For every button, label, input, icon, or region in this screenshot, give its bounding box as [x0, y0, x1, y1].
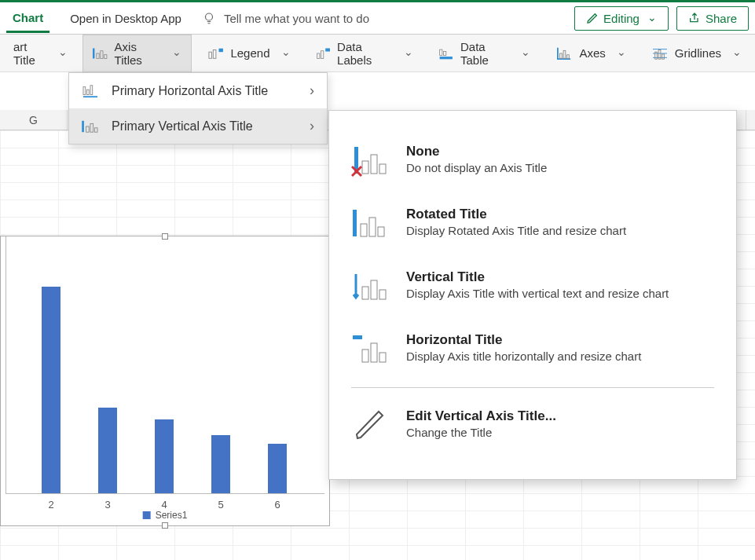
chart-bar	[42, 287, 60, 493]
horizontal-title-icon	[351, 332, 389, 367]
resize-handle[interactable]	[162, 522, 168, 529]
menu-primary-horizontal[interactable]: Primary Horizontal Axis Title ›	[69, 73, 327, 108]
vertical-axis-icon	[82, 119, 99, 134]
share-button[interactable]: Share	[676, 6, 749, 31]
tell-me-search[interactable]: Tell me what you want to do	[202, 11, 369, 25]
svg-rect-37	[371, 280, 377, 299]
legend-label: Legend	[230, 46, 269, 60]
chart-plot-area: 23456	[5, 236, 324, 494]
svg-rect-20	[83, 86, 86, 94]
svg-rect-2	[97, 53, 99, 59]
option-vertical-title[interactable]: Vertical Title Display Axis Title with v…	[329, 255, 736, 318]
svg-rect-3	[101, 50, 103, 58]
option-desc: Display Axis title horizontally and resi…	[406, 350, 641, 363]
chart-x-label: 6	[274, 499, 280, 511]
svg-rect-22	[90, 85, 93, 94]
svg-rect-29	[362, 161, 368, 174]
chart-bar	[155, 419, 174, 493]
chart-bar	[268, 444, 287, 493]
data-table-label: Data Table	[460, 40, 510, 67]
svg-rect-12	[444, 51, 446, 55]
svg-rect-32	[353, 210, 357, 236]
option-none[interactable]: None Do not display an Axis Title	[329, 130, 736, 192]
option-horizontal-title[interactable]: Horizontal Title Display Axis title hori…	[329, 318, 736, 381]
option-rotated-title[interactable]: Rotated Title Display Rotated Axis Title…	[329, 192, 736, 255]
axis-titles-button[interactable]: Axis Titles	[82, 35, 192, 72]
svg-rect-10	[325, 48, 330, 51]
svg-rect-24	[82, 120, 84, 131]
svg-rect-6	[214, 49, 217, 58]
share-icon	[688, 12, 701, 24]
chart-ribbon: art Title Axis Titles Legend Data Labels…	[0, 35, 755, 72]
lightbulb-icon	[202, 11, 216, 25]
editing-label: Editing	[603, 12, 640, 25]
chart-x-label: 3	[104, 499, 110, 511]
vertical-title-icon	[351, 269, 389, 304]
svg-rect-8	[317, 53, 319, 59]
option-title: Edit Vertical Axis Title...	[406, 408, 556, 424]
chevron-right-icon: ›	[310, 82, 314, 99]
chart-bar	[211, 435, 230, 493]
tab-chart[interactable]: Chart	[6, 3, 49, 33]
svg-rect-38	[379, 290, 386, 299]
data-table-button[interactable]: Data Table	[428, 35, 541, 72]
svg-rect-21	[87, 90, 90, 94]
menu-separator	[351, 387, 714, 388]
chevron-right-icon: ›	[310, 118, 314, 134]
svg-rect-33	[361, 224, 367, 236]
option-title: Rotated Title	[406, 207, 626, 222]
col-header[interactable]: G	[0, 110, 68, 130]
axes-icon	[555, 46, 573, 60]
vertical-axis-title-submenu: None Do not display an Axis Title Rotate…	[328, 110, 737, 480]
option-title: Horizontal Title	[406, 332, 641, 348]
svg-rect-27	[94, 127, 97, 131]
svg-rect-16	[567, 54, 570, 58]
axis-titles-dropdown: Primary Horizontal Axis Title › Primary …	[68, 72, 328, 145]
embedded-chart[interactable]: 23456 Series1	[0, 236, 330, 526]
chart-title-label: art Title	[13, 40, 47, 67]
svg-rect-19	[662, 53, 664, 58]
menu-label: Primary Vertical Axis Title	[112, 119, 253, 134]
svg-rect-30	[371, 155, 377, 174]
axes-label: Axes	[579, 46, 605, 60]
gridlines-button[interactable]: Gridlines	[641, 41, 752, 66]
svg-rect-11	[440, 49, 442, 55]
svg-rect-5	[209, 52, 212, 58]
legend-color-swatch	[143, 511, 151, 519]
svg-rect-36	[362, 287, 368, 299]
menu-label: Primary Horizontal Axis Title	[112, 84, 268, 98]
option-edit-title[interactable]: Edit Vertical Axis Title... Change the T…	[329, 394, 736, 457]
chart-x-label: 2	[48, 499, 53, 511]
share-label: Share	[706, 12, 737, 25]
chevron-down-icon	[644, 12, 657, 25]
svg-rect-23	[83, 96, 97, 97]
data-labels-icon	[316, 46, 332, 60]
menu-primary-vertical[interactable]: Primary Vertical Axis Title ›	[69, 108, 327, 144]
svg-rect-26	[90, 123, 93, 132]
svg-rect-7	[219, 48, 223, 51]
gridlines-label: Gridlines	[675, 46, 721, 60]
svg-rect-4	[104, 54, 107, 58]
axes-button[interactable]: Axes	[545, 41, 636, 66]
pencil-icon	[351, 408, 389, 443]
chart-bar	[98, 408, 117, 493]
svg-rect-14	[560, 53, 563, 58]
open-in-desktop-link[interactable]: Open in Desktop App	[64, 5, 188, 31]
horizontal-axis-icon	[82, 84, 99, 98]
legend-button[interactable]: Legend	[196, 41, 300, 66]
svg-rect-9	[321, 50, 323, 58]
data-labels-label: Data Labels	[337, 40, 393, 67]
editing-mode-button[interactable]: Editing	[574, 6, 669, 31]
axis-titles-icon	[93, 46, 108, 60]
legend-series-label: Series1	[156, 510, 188, 521]
data-labels-button[interactable]: Data Labels	[306, 35, 424, 72]
option-desc: Change the Title	[406, 426, 556, 439]
svg-rect-13	[440, 57, 453, 59]
svg-rect-31	[379, 164, 386, 174]
none-icon	[351, 144, 389, 178]
rotated-icon	[351, 207, 389, 241]
chart-x-label: 4	[161, 499, 167, 511]
tell-me-placeholder: Tell me what you want to do	[224, 12, 369, 25]
svg-rect-34	[369, 218, 376, 236]
chart-title-button[interactable]: art Title	[3, 35, 78, 72]
